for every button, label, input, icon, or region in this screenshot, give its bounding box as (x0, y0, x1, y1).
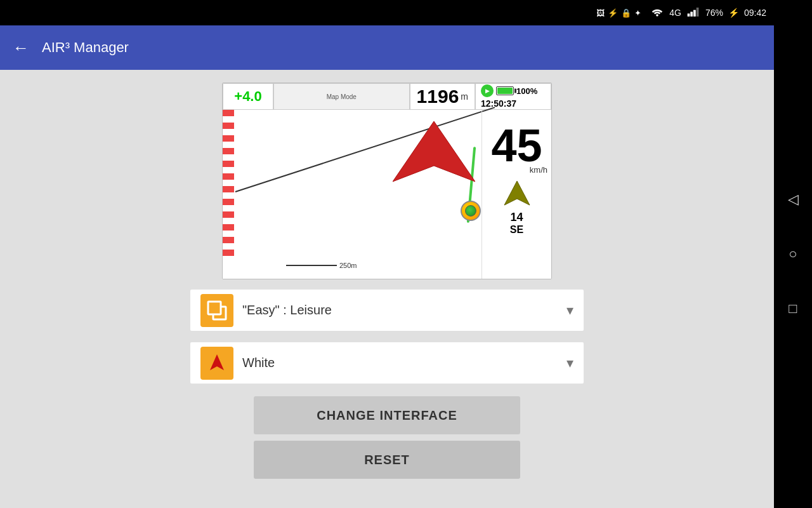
map-header: +4.0 Map Mode 1196 m 100% (223, 83, 551, 110)
map-battery-icon (496, 86, 514, 95)
interface-label: "Easy" : Leisure (242, 303, 566, 318)
speed-unit: km/h (482, 165, 551, 175)
status-bar: 🖼 ⚡ 🔒 ✦ 4G 76% ⚡ 09:42 (0, 0, 774, 25)
app-bar: ← AIR³ Manager (0, 25, 774, 70)
map-info-right: 100% 12:50:37 (475, 83, 551, 110)
scale-label: 250m (339, 262, 357, 269)
buttons-area: CHANGE INTERFACE RESET (190, 396, 584, 479)
main-content: +4.0 Map Mode 1196 m 100% (0, 70, 774, 508)
reset-button[interactable]: RESET (254, 441, 520, 479)
svg-rect-8 (208, 302, 221, 314)
svg-point-0 (656, 14, 658, 17)
map-battery-pct: 100% (516, 86, 537, 96)
svg-marker-6 (504, 181, 530, 205)
map-mode: Map Mode (273, 83, 410, 110)
battery-percentage: 76% (705, 8, 723, 18)
clock: 09:42 (744, 8, 766, 18)
svg-rect-3 (693, 10, 696, 17)
usb-icon: ⚡ (608, 8, 618, 18)
map-battery: 100% (481, 84, 537, 97)
compass-direction: SE (482, 224, 551, 236)
svg-rect-2 (690, 12, 693, 17)
network-type: 4G (669, 8, 681, 18)
interface-chevron-icon: ▾ (566, 302, 573, 319)
android-home-button[interactable]: ○ (789, 246, 797, 262)
map-preview: +4.0 Map Mode 1196 m 100% (222, 83, 552, 279)
map-nav-arrow (393, 118, 475, 197)
color-icon (200, 347, 233, 380)
heading-arrow (482, 180, 551, 208)
svg-marker-5 (393, 121, 475, 182)
signal-icon (686, 7, 700, 18)
interface-icon (200, 294, 233, 327)
change-interface-button[interactable]: CHANGE INTERFACE (254, 396, 520, 434)
image-icon: 🖼 (596, 8, 605, 18)
svg-rect-4 (697, 8, 699, 17)
lock-icon: 🔒 (621, 8, 631, 18)
color-dropdown[interactable]: White ▾ (190, 342, 584, 384)
map-altitude: +4.0 (223, 83, 273, 110)
battery-charging-icon: ⚡ (728, 8, 739, 18)
android-nav-bar: ◁ ○ □ (774, 0, 812, 508)
scale-bar: 250m (286, 262, 357, 269)
android-recent-button[interactable]: □ (789, 300, 797, 317)
compass-number: 14 (482, 211, 551, 224)
back-button[interactable]: ← (13, 39, 29, 56)
color-chevron-icon: ▾ (566, 355, 573, 371)
svg-marker-9 (210, 354, 224, 370)
glider-icon (461, 201, 481, 221)
wifi-icon (650, 7, 664, 18)
map-time: 12:50:37 (481, 98, 516, 109)
interface-dropdown[interactable]: "Easy" : Leisure ▾ (190, 290, 584, 331)
speed-value: 45 (482, 110, 551, 168)
map-distance: 1196 m (410, 83, 475, 110)
speed-display: 45 km/h 14 SE (481, 110, 551, 279)
app-title: AIR³ Manager (42, 39, 129, 56)
android-back-button[interactable]: ◁ (788, 191, 799, 208)
map-play-icon (481, 84, 494, 97)
status-icons-left: 🖼 ⚡ 🔒 ✦ (596, 8, 641, 18)
color-label: White (242, 356, 566, 370)
svg-rect-1 (688, 13, 690, 17)
android-icon: ✦ (634, 8, 641, 18)
map-stripes (223, 110, 234, 279)
